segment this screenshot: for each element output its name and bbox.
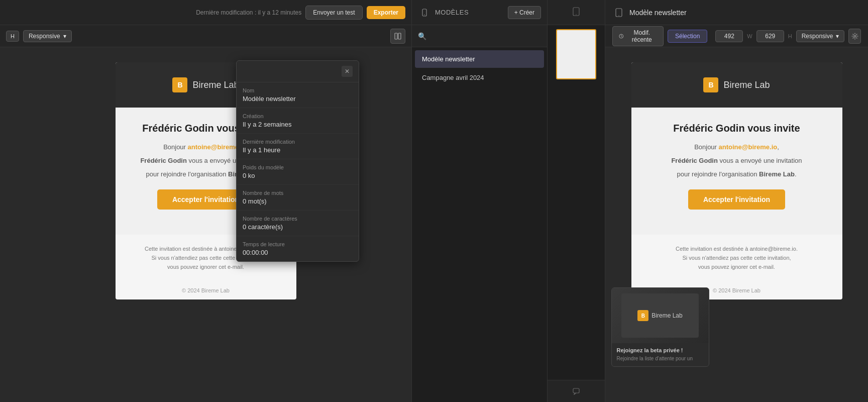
height-input[interactable]	[756, 30, 784, 42]
chevron-down-icon: ▾	[63, 33, 66, 40]
preview-mini-item-1[interactable]	[556, 29, 596, 79]
right-email-line3: pour rejoindre l'organisation Bireme Lab…	[644, 169, 830, 180]
floating-thumbnail: B Bireme Lab Rejoignez la beta privée ! …	[611, 287, 709, 367]
models-search-bar: 🔍	[412, 25, 547, 47]
preview-mini-footer-icon[interactable]	[570, 385, 583, 398]
dropdown-row-poids: Poids du modèle 0 ko	[237, 159, 359, 185]
dropdown-label-chars: Nombre de caractères	[243, 216, 353, 222]
thumbnail-logo-box: B	[637, 310, 648, 321]
preview-mini-toolbar	[548, 0, 605, 25]
right-newsletter-title: Modèle newsletter	[629, 9, 861, 17]
right-email-strong: Frédéric Godin	[671, 157, 717, 164]
dropdown-row-mots: Nombre de mots 0 mot(s)	[237, 185, 359, 211]
export-button[interactable]: Exporter	[367, 6, 405, 19]
dropdown-value-lastmod: Il y a 1 heure	[243, 146, 353, 154]
left-panel: Dernière modification : il y a 12 minute…	[0, 0, 412, 402]
dropdown-value-nom: Modèle newsletter	[243, 95, 353, 103]
right-email-footer: Cette invitation est destinée à antoine@…	[631, 235, 842, 281]
send-test-button[interactable]: Envoyer un test	[305, 6, 362, 20]
right-mobile-icon	[615, 8, 622, 17]
right-email-line2: Frédéric Godin vous a envoyé une invitat…	[644, 156, 830, 166]
thumbnail-content: Rejoignez la beta privée ! Rejoindre la …	[612, 343, 709, 366]
models-panel: MODÈLES + Créer 🔍 Modèle newsletter Camp…	[412, 0, 548, 402]
right-footer-line1: Cette invitation est destinée à antoine@…	[641, 245, 832, 254]
thumbnail-title: Rejoignez la beta privée !	[617, 347, 704, 353]
dropdown-row-chars: Nombre de caractères 0 caractère(s)	[237, 211, 359, 236]
right-panel: Modèle newsletter Modif. récente Sélecti…	[605, 0, 868, 402]
dropdown-row-nom: Nom Modèle newsletter	[237, 82, 359, 108]
clock-icon	[619, 33, 624, 39]
svg-rect-6	[573, 388, 579, 393]
models-list: Modèle newsletter Campagne avril 2024	[412, 47, 547, 402]
w-label: W	[747, 33, 752, 39]
model-item-newsletter[interactable]: Modèle newsletter	[415, 50, 544, 68]
right-toolbar: Modèle newsletter	[605, 0, 868, 25]
dropdown-value-mots: 0 mot(s)	[243, 197, 353, 205]
dropdown-label-temps: Temps de lecture	[243, 241, 353, 247]
left-email-strong: Frédéric Godin	[140, 157, 186, 164]
responsive-label: Responsive	[29, 33, 60, 40]
models-mobile-icon-btn[interactable]	[418, 6, 431, 19]
left-email-copyright: © 2024 Bireme Lab	[116, 281, 296, 299]
dropdown-label-poids: Poids du modèle	[243, 164, 353, 170]
right-bireme-logo-text: Bireme Lab	[723, 80, 770, 90]
right-responsive-label: Responsive	[802, 33, 833, 40]
width-input[interactable]	[715, 30, 743, 42]
right-org-strong: Bireme Lab	[759, 170, 795, 178]
mobile-icon	[420, 9, 428, 17]
speech-bubble-icon	[573, 388, 580, 395]
search-icon: 🔍	[418, 32, 426, 40]
right-second-toolbar: Modif. récente Sélection W H Responsive …	[605, 25, 868, 47]
right-email-header: B Bireme Lab	[631, 62, 842, 108]
create-button[interactable]: + Créer	[508, 6, 541, 19]
columns-icon-btn[interactable]	[390, 29, 405, 44]
mobile-frame-icon	[573, 7, 580, 16]
model-item-campagne[interactable]: Campagne avril 2024	[415, 69, 544, 86]
settings-icon	[851, 33, 858, 40]
right-bireme-letter: B	[708, 81, 713, 89]
right-accept-button[interactable]: Accepter l'invitation	[688, 189, 785, 210]
dropdown-close-button[interactable]: ✕	[342, 66, 353, 77]
svg-point-3	[424, 14, 425, 15]
thumbnail-logo-row: B Bireme Lab	[637, 310, 682, 321]
dropdown-label-creation: Création	[243, 113, 353, 119]
left-footer-line3: vous pouvez ignorer cet e-mail.	[126, 263, 286, 272]
info-dropdown: ✕ Nom Modèle newsletter Création Il y a …	[236, 60, 359, 262]
dropdown-value-temps: 00:00:00	[243, 249, 353, 256]
left-bireme-logo-text: Bireme Lab	[192, 80, 239, 90]
right-footer-line2: Si vous n'attendiez pas cette cette invi…	[641, 254, 832, 263]
thumbnail-description: Rejoindre la liste d'attente pour un	[617, 355, 704, 362]
preview-mini-footer	[548, 380, 605, 402]
dropdown-row-temps: Temps de lecture 00:00:00	[237, 236, 359, 261]
svg-point-10	[854, 35, 856, 37]
thumbnail-letter: B	[641, 313, 645, 319]
right-chevron-icon: ▾	[836, 33, 839, 40]
models-toolbar: MODÈLES + Créer	[412, 0, 547, 25]
dropdown-label-nom: Nom	[243, 87, 353, 93]
right-email-title: Frédéric Godin vous invite	[644, 123, 830, 134]
h-label: H	[6, 31, 19, 42]
right-email-body: Frédéric Godin vous invite Bonjour antoi…	[631, 108, 842, 235]
thumbnail-brand-text: Bireme Lab	[652, 312, 682, 319]
dropdown-header: ✕	[237, 61, 359, 82]
responsive-dropdown[interactable]: Responsive ▾	[23, 30, 72, 42]
preview-mobile-icon	[573, 7, 580, 18]
right-mobile-icon-btn[interactable]	[612, 6, 625, 19]
thumbnail-img-inner: B Bireme Lab	[621, 293, 699, 338]
selection-button[interactable]: Sélection	[668, 30, 707, 43]
right-responsive-dropdown[interactable]: Responsive ▾	[796, 30, 845, 42]
settings-icon-btn[interactable]	[848, 29, 861, 44]
right-email-card: B Bireme Lab Frédéric Godin vous invite …	[631, 62, 842, 299]
columns-icon	[394, 33, 401, 40]
left-bireme-letter: B	[177, 81, 182, 89]
modif-recente-button[interactable]: Modif. récente	[612, 26, 664, 46]
thumbnail-image-placeholder: B Bireme Lab	[612, 288, 709, 343]
svg-rect-1	[398, 33, 401, 39]
right-email-highlight1: antoine@bireme.io	[719, 143, 778, 151]
dropdown-label-mots: Nombre de mots	[243, 190, 353, 196]
dropdown-row-creation: Création Il y a 2 semaines	[237, 108, 359, 134]
left-toolbar: Dernière modification : il y a 12 minute…	[0, 0, 411, 25]
left-bireme-logo-box: B	[172, 77, 187, 92]
dropdown-value-creation: Il y a 2 semaines	[243, 121, 353, 128]
left-second-toolbar: H Responsive ▾	[0, 25, 411, 47]
